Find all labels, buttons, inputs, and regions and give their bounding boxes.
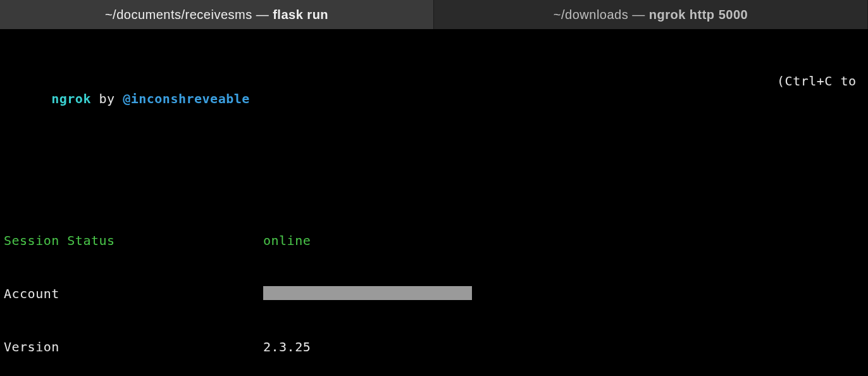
quit-hint: (Ctrl+C to: [777, 72, 864, 125]
tab-flask-run[interactable]: ~/documents/receivesms — flask run: [0, 0, 434, 29]
version-row: Version 2.3.25: [4, 338, 864, 356]
account-redacted: [263, 286, 472, 300]
version-value: 2.3.25: [263, 338, 311, 356]
version-label: Version: [4, 338, 263, 356]
app-name: ngrok: [51, 91, 91, 106]
tab-ngrok[interactable]: ~/downloads — ngrok http 5000: [434, 0, 868, 29]
tab-bar: ~/documents/receivesms — flask run ~/dow…: [0, 0, 868, 29]
session-status-row: Session Status online: [4, 232, 864, 249]
tab-command: ngrok http 5000: [649, 8, 748, 22]
tab-command: flask run: [273, 8, 328, 22]
tab-separator: —: [256, 8, 270, 22]
author-handle: @inconshreveable: [123, 91, 250, 106]
session-status-label: Session Status: [4, 232, 263, 249]
session-status-value: online: [263, 232, 311, 249]
account-row: Account: [4, 285, 864, 303]
account-label: Account: [4, 285, 263, 303]
tab-separator: —: [632, 8, 645, 22]
by-text: by: [91, 91, 123, 106]
tab-path: ~/downloads: [554, 8, 628, 22]
ngrok-header: ngrok by @inconshreveable (Ctrl+C to: [4, 72, 864, 125]
tab-path: ~/documents/receivesms: [105, 8, 252, 22]
terminal-output: ngrok by @inconshreveable (Ctrl+C to Ses…: [0, 29, 868, 376]
